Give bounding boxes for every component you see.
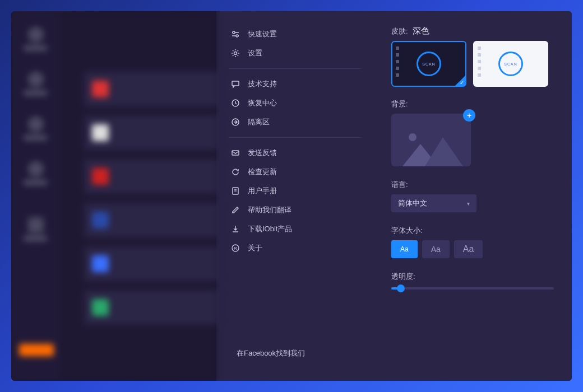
menu-user-manual[interactable]: 用户手册 bbox=[216, 181, 373, 200]
menu-label: 发送反馈 bbox=[248, 148, 277, 158]
restore-icon bbox=[231, 99, 240, 108]
mountain-placeholder-icon bbox=[397, 127, 464, 166]
menu-label: 关于 bbox=[248, 243, 262, 253]
menu-help-translate[interactable]: 帮助我们翻译 bbox=[216, 200, 373, 220]
font-size-small[interactable]: Aa bbox=[391, 240, 418, 258]
menu-quarantine[interactable]: 隔离区 bbox=[216, 113, 373, 132]
menu-quick-settings[interactable]: 快速设置 bbox=[216, 25, 373, 44]
settings-menu: 快速设置 设置 技术支持 恢复中心 bbox=[216, 11, 373, 381]
sliders-icon bbox=[231, 30, 240, 39]
background-label: 背景: bbox=[391, 99, 554, 109]
main-window-blurred bbox=[11, 11, 216, 381]
menu-label: 隔离区 bbox=[248, 117, 270, 127]
chat-icon bbox=[231, 80, 240, 88]
svg-rect-10 bbox=[232, 151, 239, 155]
opacity-slider-thumb[interactable] bbox=[397, 284, 405, 292]
chevron-down-icon: ▾ bbox=[467, 200, 470, 207]
pencil-icon bbox=[231, 206, 240, 214]
settings-content: 皮肤: 深色 SCAN ✓ SCAN 背景: bbox=[373, 11, 572, 381]
menu-label: 下载IObit产品 bbox=[248, 224, 292, 234]
facebook-link[interactable]: 在Facebook找到我们 bbox=[216, 339, 373, 367]
opacity-label: 透明度: bbox=[391, 272, 554, 282]
svg-point-17 bbox=[409, 133, 417, 141]
svg-point-0 bbox=[233, 31, 235, 34]
menu-settings[interactable]: 设置 bbox=[216, 44, 373, 63]
menu-label: 技术支持 bbox=[248, 79, 277, 89]
language-label: 语言: bbox=[391, 180, 554, 190]
skin-option-dark[interactable]: SCAN ✓ bbox=[391, 41, 466, 87]
gear-icon bbox=[231, 49, 240, 58]
menu-label: 帮助我们翻译 bbox=[248, 205, 292, 215]
skin-value: 深色 bbox=[413, 26, 429, 36]
svg-text:R: R bbox=[234, 246, 237, 251]
menu-about[interactable]: R 关于 bbox=[216, 239, 373, 258]
svg-marker-19 bbox=[425, 137, 463, 166]
svg-point-3 bbox=[236, 35, 238, 37]
font-size-large[interactable]: Aa bbox=[454, 240, 483, 258]
language-dropdown[interactable]: 简体中文 ▾ bbox=[391, 194, 476, 212]
menu-recovery-center[interactable]: 恢复中心 bbox=[216, 94, 373, 113]
font-size-options: Aa Aa Aa bbox=[391, 240, 554, 258]
add-background-button[interactable]: + bbox=[463, 109, 475, 122]
menu-check-updates[interactable]: 检查更新 bbox=[216, 162, 373, 181]
skin-option-light[interactable]: SCAN bbox=[473, 41, 548, 87]
menu-send-feedback[interactable]: 发送反馈 bbox=[216, 143, 373, 162]
font-size-medium[interactable]: Aa bbox=[422, 240, 450, 258]
menu-label: 设置 bbox=[248, 48, 262, 58]
menu-tech-support[interactable]: 技术支持 bbox=[216, 74, 373, 94]
menu-separator bbox=[229, 68, 361, 69]
checkmark-icon: ✓ bbox=[460, 80, 464, 86]
menu-label: 检查更新 bbox=[248, 167, 277, 177]
refresh-icon bbox=[231, 167, 240, 176]
background-preview[interactable]: + bbox=[391, 114, 471, 166]
skin-label: 皮肤: bbox=[391, 26, 408, 36]
skin-options: SCAN ✓ SCAN bbox=[391, 41, 554, 87]
language-selected: 简体中文 bbox=[398, 198, 427, 208]
opacity-slider[interactable] bbox=[391, 287, 554, 290]
svg-point-6 bbox=[234, 52, 237, 55]
registered-icon: R bbox=[231, 244, 240, 253]
menu-label: 用户手册 bbox=[248, 186, 277, 196]
svg-rect-7 bbox=[232, 81, 239, 86]
menu-label: 快速设置 bbox=[248, 29, 277, 39]
font-size-label: 字体大小: bbox=[391, 226, 554, 236]
menu-separator bbox=[229, 137, 361, 138]
menu-label: 恢复中心 bbox=[248, 98, 277, 108]
app-window: 快速设置 设置 技术支持 恢复中心 bbox=[11, 11, 572, 381]
download-icon bbox=[231, 225, 240, 234]
facebook-label: 在Facebook找到我们 bbox=[237, 348, 305, 358]
scan-ring-preview: SCAN bbox=[498, 52, 523, 76]
envelope-icon bbox=[231, 148, 240, 157]
scan-ring-preview: SCAN bbox=[417, 52, 441, 76]
menu-download-iobit[interactable]: 下载IObit产品 bbox=[216, 220, 373, 239]
settings-panel: 快速设置 设置 技术支持 恢复中心 bbox=[216, 11, 572, 381]
skin-label-row: 皮肤: 深色 bbox=[391, 26, 554, 36]
book-icon bbox=[231, 186, 240, 195]
quarantine-icon bbox=[231, 118, 240, 127]
